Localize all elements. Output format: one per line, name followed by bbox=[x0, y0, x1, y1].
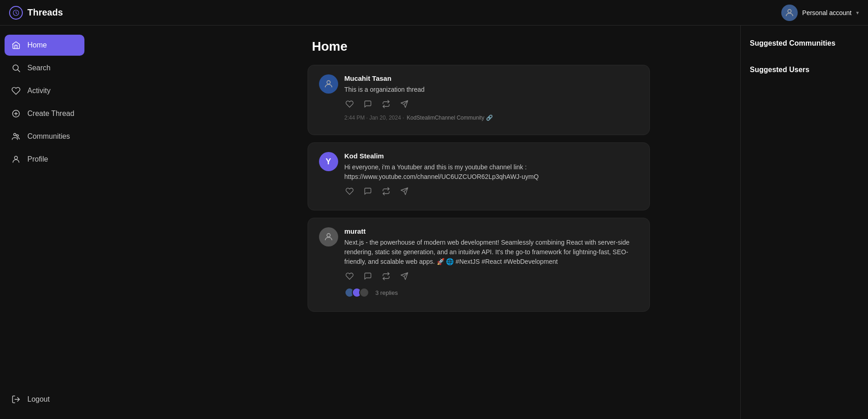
svg-point-1 bbox=[788, 9, 791, 12]
thread-body: muratt Next.js - the powerhouse of moder… bbox=[345, 227, 638, 298]
chevron-down-icon: ▾ bbox=[856, 10, 859, 16]
thread-author: muratt bbox=[345, 227, 638, 235]
suggested-communities-title: Suggested Communities bbox=[750, 39, 859, 47]
svg-point-7 bbox=[14, 133, 16, 136]
sidebar: Home Search Activity Create Thread bbox=[0, 26, 89, 419]
thread-text: Hi everyone, i'm a Youtuber and this is … bbox=[345, 162, 638, 182]
sidebar-item-search-label: Search bbox=[27, 64, 51, 72]
like-button[interactable] bbox=[345, 186, 355, 196]
heart-icon bbox=[11, 86, 21, 96]
repost-button[interactable] bbox=[381, 99, 391, 109]
sidebar-item-profile[interactable]: Profile bbox=[5, 149, 84, 170]
sidebar-item-logout-label: Logout bbox=[27, 395, 50, 403]
comment-button[interactable] bbox=[363, 99, 373, 109]
sidebar-item-home[interactable]: Home bbox=[5, 35, 84, 56]
thread-actions bbox=[345, 271, 638, 281]
logout-icon bbox=[11, 394, 21, 404]
thread-text: This is a organization thread bbox=[345, 85, 638, 94]
sidebar-item-activity[interactable]: Activity bbox=[5, 80, 84, 101]
thread-header: Y Kod Stealim Hi everyone, i'm a Youtube… bbox=[319, 152, 638, 196]
thread-meta: 2:44 PM · Jan 20, 2024 · KodStealimChann… bbox=[345, 115, 638, 121]
comment-button[interactable] bbox=[363, 271, 373, 281]
reply-avatars bbox=[345, 288, 366, 298]
sidebar-bottom: Logout bbox=[5, 389, 84, 410]
thread-body: Mucahit Tasan This is a organization thr… bbox=[345, 74, 638, 121]
comment-button[interactable] bbox=[363, 186, 373, 196]
account-switcher[interactable]: Personal account ▾ bbox=[781, 5, 859, 21]
logo-title: Threads bbox=[27, 7, 63, 18]
avatar: Y bbox=[319, 152, 338, 171]
avatar bbox=[319, 74, 338, 94]
thread-text: Next.js - the powerhouse of modern web d… bbox=[345, 238, 638, 267]
thread-actions bbox=[345, 186, 638, 196]
search-icon bbox=[11, 63, 21, 73]
page-title: Home bbox=[308, 39, 650, 54]
sidebar-item-create-thread-label: Create Thread bbox=[27, 110, 74, 118]
thread-author: Mucahit Tasan bbox=[345, 74, 638, 82]
threads-logo-icon bbox=[9, 6, 23, 20]
thread-card: muratt Next.js - the powerhouse of moder… bbox=[308, 218, 650, 312]
top-header: Threads Personal account ▾ bbox=[0, 0, 868, 26]
thread-card: Mucahit Tasan This is a organization thr… bbox=[308, 65, 650, 135]
thread-body: Kod Stealim Hi everyone, i'm a Youtuber … bbox=[345, 152, 638, 196]
profile-icon bbox=[11, 154, 21, 164]
sidebar-item-create-thread[interactable]: Create Thread bbox=[5, 103, 84, 124]
avatar bbox=[319, 227, 338, 246]
thread-author: Kod Stealim bbox=[345, 152, 638, 160]
sidebar-item-search[interactable]: Search bbox=[5, 58, 84, 79]
sidebar-item-home-label: Home bbox=[27, 41, 47, 49]
svg-point-8 bbox=[16, 135, 18, 136]
content-inner: Home Mucahit Tasan This is a organizatio… bbox=[308, 39, 650, 319]
share-button[interactable] bbox=[399, 186, 409, 196]
home-icon bbox=[11, 40, 21, 50]
logo-area: Threads bbox=[9, 6, 63, 20]
reply-avatar bbox=[359, 288, 369, 298]
svg-point-9 bbox=[15, 156, 18, 159]
share-button[interactable] bbox=[399, 99, 409, 109]
thread-card: Y Kod Stealim Hi everyone, i'm a Youtube… bbox=[308, 142, 650, 210]
reply-count: 3 replies bbox=[376, 289, 398, 296]
account-avatar bbox=[781, 5, 798, 21]
svg-point-11 bbox=[327, 81, 330, 84]
share-button[interactable] bbox=[399, 271, 409, 281]
thread-replies: 3 replies bbox=[345, 288, 638, 298]
right-sidebar: Suggested Communities Suggested Users bbox=[740, 26, 868, 419]
svg-line-3 bbox=[18, 70, 20, 72]
account-name: Personal account bbox=[802, 9, 852, 16]
thread-header: muratt Next.js - the powerhouse of moder… bbox=[319, 227, 638, 298]
sidebar-item-communities-label: Communities bbox=[27, 132, 70, 141]
sidebar-item-profile-label: Profile bbox=[27, 155, 48, 163]
like-button[interactable] bbox=[345, 271, 355, 281]
repost-button[interactable] bbox=[381, 186, 391, 196]
svg-point-16 bbox=[327, 234, 330, 237]
like-button[interactable] bbox=[345, 99, 355, 109]
repost-button[interactable] bbox=[381, 271, 391, 281]
sidebar-item-communities[interactable]: Communities bbox=[5, 126, 84, 147]
create-thread-icon bbox=[11, 109, 21, 119]
thread-actions bbox=[345, 99, 638, 109]
suggested-users-title: Suggested Users bbox=[750, 66, 859, 74]
thread-header: Mucahit Tasan This is a organization thr… bbox=[319, 74, 638, 121]
sidebar-item-activity-label: Activity bbox=[27, 87, 51, 95]
sidebar-item-logout[interactable]: Logout bbox=[5, 389, 84, 410]
communities-icon bbox=[11, 131, 21, 141]
